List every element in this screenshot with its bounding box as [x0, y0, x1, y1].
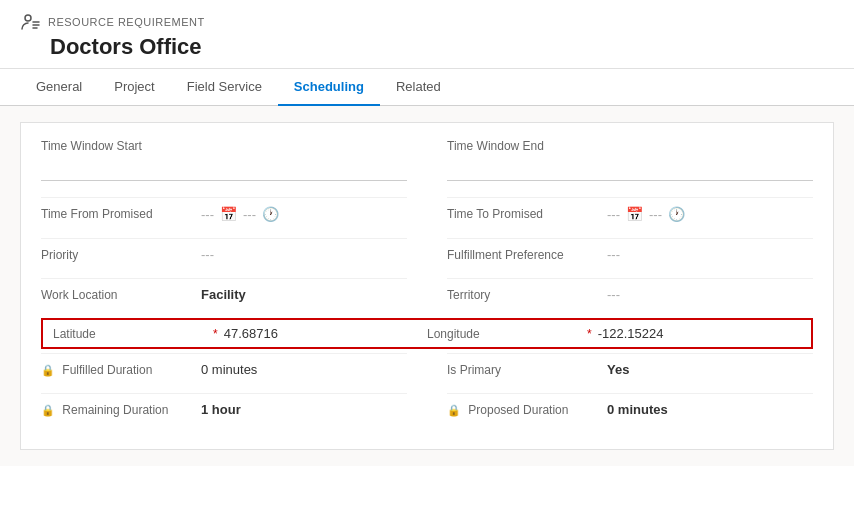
- time-window-end-label: Time Window End: [447, 139, 813, 153]
- time-to-dash2: ---: [649, 207, 662, 222]
- remaining-duration-label: 🔒 Remaining Duration: [41, 403, 201, 417]
- territory-field: Territory ---: [447, 278, 813, 310]
- proposed-duration-field: 🔒 Proposed Duration 0 minutes: [447, 393, 813, 425]
- svg-point-0: [25, 15, 31, 21]
- time-from-dash2: ---: [243, 207, 256, 222]
- clock-icon-from[interactable]: 🕐: [262, 206, 279, 222]
- latitude-required-star: *: [213, 327, 218, 341]
- latitude-value: 47.68716: [224, 326, 278, 341]
- location-row: Work Location Facility Territory ---: [41, 278, 813, 310]
- fulfillment-preference-label: Fulfillment Preference: [447, 248, 607, 262]
- lock-icon-proposed: 🔒: [447, 404, 461, 416]
- longitude-value: -122.15224: [598, 326, 664, 341]
- fulfillment-preference-field: Fulfillment Preference ---: [447, 238, 813, 270]
- time-window-start-field: Time Window Start: [41, 139, 407, 181]
- content-area: Time Window Start Time Window End Time F…: [0, 106, 854, 466]
- tab-general[interactable]: General: [20, 69, 98, 106]
- tab-related[interactable]: Related: [380, 69, 457, 106]
- priority-field: Priority ---: [41, 238, 407, 270]
- is-primary-label: Is Primary: [447, 363, 607, 377]
- latitude-col: Latitude * 47.68716: [53, 326, 427, 341]
- calendar-icon-to[interactable]: 📅: [626, 206, 643, 222]
- remaining-duration-field: 🔒 Remaining Duration 1 hour: [41, 393, 407, 425]
- form-section: Time Window Start Time Window End Time F…: [20, 122, 834, 450]
- time-window-start-input[interactable]: [41, 157, 407, 181]
- resource-icon: [20, 12, 40, 32]
- priority-row: Priority --- Fulfillment Preference ---: [41, 238, 813, 270]
- time-to-dash1: ---: [607, 207, 620, 222]
- time-promised-row: Time From Promised --- 📅 --- 🕐 Time To P…: [41, 197, 813, 230]
- longitude-col: Longitude * -122.15224: [427, 326, 801, 341]
- calendar-icon-from[interactable]: 📅: [220, 206, 237, 222]
- remaining-row: 🔒 Remaining Duration 1 hour 🔒 Proposed D…: [41, 393, 813, 425]
- priority-value: ---: [201, 247, 214, 262]
- time-from-promised-field: Time From Promised --- 📅 --- 🕐: [41, 197, 407, 230]
- tab-field-service[interactable]: Field Service: [171, 69, 278, 106]
- priority-label: Priority: [41, 248, 201, 262]
- time-from-dash1: ---: [201, 207, 214, 222]
- time-window-end-input[interactable]: [447, 157, 813, 181]
- fulfillment-preference-value: ---: [607, 247, 620, 262]
- is-primary-value: Yes: [607, 362, 629, 377]
- time-to-promised-field: Time To Promised --- 📅 --- 🕐: [447, 197, 813, 230]
- fulfilled-duration-field: 🔒 Fulfilled Duration 0 minutes: [41, 353, 407, 385]
- proposed-duration-value: 0 minutes: [607, 402, 668, 417]
- page-title: Doctors Office: [20, 34, 834, 60]
- fulfilled-row: 🔒 Fulfilled Duration 0 minutes Is Primar…: [41, 353, 813, 385]
- time-window-row: Time Window Start Time Window End: [41, 139, 813, 181]
- tab-project[interactable]: Project: [98, 69, 170, 106]
- lock-icon-fulfilled: 🔒: [41, 364, 55, 376]
- proposed-duration-label: 🔒 Proposed Duration: [447, 403, 607, 417]
- territory-label: Territory: [447, 288, 607, 302]
- time-to-promised-label: Time To Promised: [447, 207, 607, 221]
- tab-scheduling[interactable]: Scheduling: [278, 69, 380, 106]
- work-location-value: Facility: [201, 287, 246, 302]
- resource-label: RESOURCE REQUIREMENT: [20, 12, 834, 32]
- time-window-start-label: Time Window Start: [41, 139, 407, 153]
- work-location-label: Work Location: [41, 288, 201, 302]
- nav-tabs: General Project Field Service Scheduling…: [0, 69, 854, 106]
- time-from-promised-label: Time From Promised: [41, 207, 201, 221]
- work-location-field: Work Location Facility: [41, 278, 407, 310]
- latitude-label: Latitude: [53, 327, 213, 341]
- longitude-required-star: *: [587, 327, 592, 341]
- fulfilled-duration-value: 0 minutes: [201, 362, 257, 377]
- clock-icon-to[interactable]: 🕐: [668, 206, 685, 222]
- longitude-label: Longitude: [427, 327, 587, 341]
- fulfilled-duration-label: 🔒 Fulfilled Duration: [41, 363, 201, 377]
- territory-value: ---: [607, 287, 620, 302]
- is-primary-field: Is Primary Yes: [447, 353, 813, 385]
- header: RESOURCE REQUIREMENT Doctors Office: [0, 0, 854, 69]
- time-window-end-field: Time Window End: [447, 139, 813, 181]
- lat-lng-highlight-row: Latitude * 47.68716 Longitude * -122.152…: [41, 318, 813, 349]
- lock-icon-remaining: 🔒: [41, 404, 55, 416]
- remaining-duration-value: 1 hour: [201, 402, 241, 417]
